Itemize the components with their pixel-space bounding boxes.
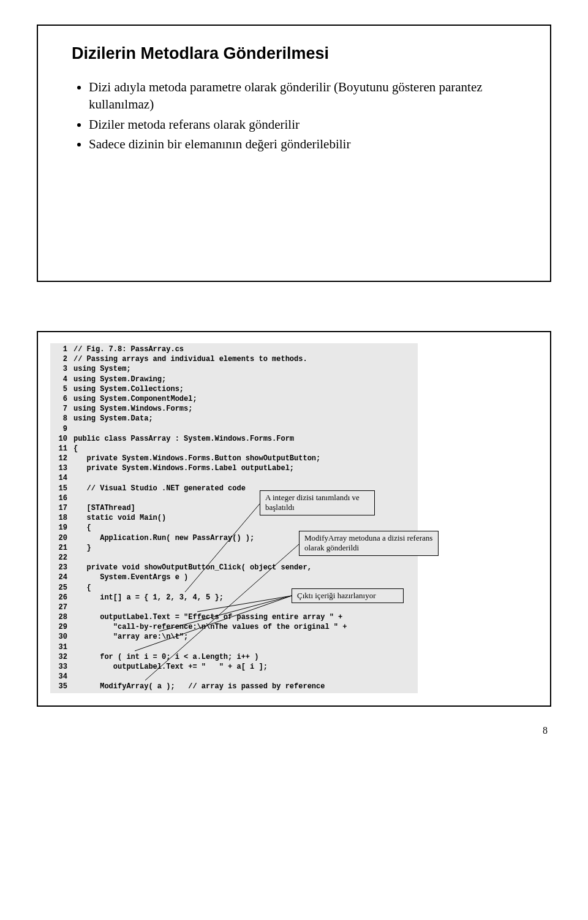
code-line: 6using System.ComponentModel; [53, 394, 415, 404]
code-line: 11{ [53, 444, 415, 454]
code-listing-container: 1// Fig. 7.8: PassArray.cs2// Passing ar… [37, 331, 551, 707]
code-background: 1// Fig. 7.8: PassArray.cs2// Passing ar… [50, 343, 418, 693]
code-line: 14 [53, 473, 415, 483]
bullet-item: Diziler metoda referans olarak gönderili… [89, 116, 529, 133]
slide-bullet-list: Dizi adıyla metoda parametre olarak gönd… [72, 78, 529, 153]
code-line: 27 [53, 603, 415, 612]
code-line: 30 "array are:\n\t"; [53, 632, 415, 642]
code-line: 32 for ( int i = 0; i < a.Length; i++ ) [53, 652, 415, 662]
code-line: 9 [53, 424, 415, 434]
page-number: 8 [37, 725, 551, 736]
code-line: 4using System.Drawing; [53, 374, 415, 384]
code-line: 5using System.Collections; [53, 384, 415, 394]
callout-output-prepared: Çıktı içeriği hazırlanıyor [292, 588, 404, 603]
bullet-item: Sadece dizinin bir elemanının değeri gön… [89, 135, 529, 153]
code-line: 34 [53, 672, 415, 682]
bullet-item: Dizi adıyla metoda parametre olarak gönd… [89, 78, 529, 113]
callout-modifyarray-reference: ModifyArray metoduna a dizisi referans o… [299, 531, 439, 556]
callout-array-declared: A integer dizisi tanımlandı ve başlatıld… [260, 490, 375, 515]
code-line: 7using System.Windows.Forms; [53, 404, 415, 414]
code-line: 2// Passing arrays and individual elemen… [53, 354, 415, 364]
slide-title: Dizilerin Metodlara Gönderilmesi [72, 44, 529, 63]
code-line: 24 System.EventArgs e ) [53, 572, 415, 582]
code-line: 29 "call-by-reference:\n\nThe values of … [53, 622, 415, 632]
code-line: 13 private System.Windows.Forms.Label ou… [53, 463, 415, 473]
code-line: 35 ModifyArray( a ); // array is passed … [53, 682, 415, 691]
code-line: 3using System; [53, 364, 415, 374]
code-line: 8using System.Data; [53, 414, 415, 424]
slide-container: Dizilerin Metodlara Gönderilmesi Dizi ad… [37, 25, 551, 282]
code-line: 33 outputLabel.Text += " " + a[ i ]; [53, 662, 415, 672]
code-line: 23 private void showOutputButton_Click( … [53, 563, 415, 572]
code-line: 12 private System.Windows.Forms.Button s… [53, 454, 415, 463]
code-line: 31 [53, 642, 415, 652]
code-line: 1// Fig. 7.8: PassArray.cs [53, 344, 415, 354]
code-line: 10public class PassArray : System.Window… [53, 434, 415, 444]
code-line: 28 outputLabel.Text = "Effects of passin… [53, 612, 415, 622]
